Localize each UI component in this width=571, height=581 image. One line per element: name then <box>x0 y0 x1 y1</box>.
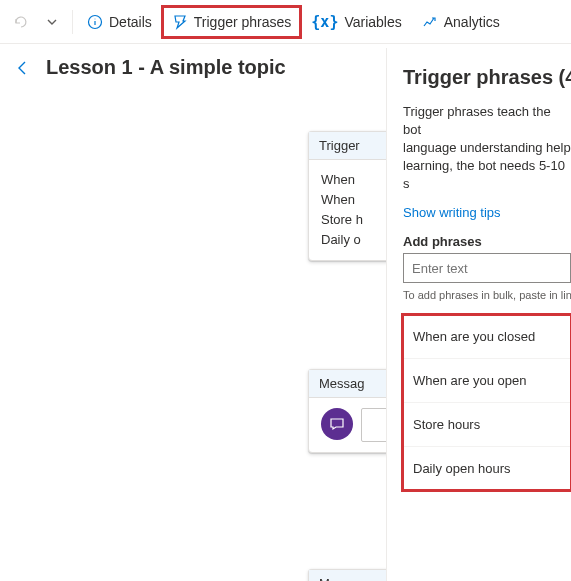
details-tab[interactable]: Details <box>77 6 162 38</box>
variables-label: Variables <box>344 14 401 30</box>
phrase-item[interactable]: Store hours <box>403 403 571 447</box>
variables-tab[interactable]: {x} Variables <box>301 6 411 38</box>
phrase-item[interactable]: When are you open <box>403 359 571 403</box>
analytics-label: Analytics <box>444 14 500 30</box>
analytics-tab[interactable]: Analytics <box>412 6 510 38</box>
info-icon <box>87 14 103 30</box>
page-title: Lesson 1 - A simple topic <box>46 56 286 79</box>
trigger-phrases-tab[interactable]: Trigger phrases <box>162 6 302 38</box>
add-phrase-input[interactable] <box>403 253 571 283</box>
chevron-down-icon[interactable] <box>36 6 68 38</box>
phrase-item[interactable]: Daily open hours <box>403 447 571 490</box>
toolbar: Details Trigger phrases {x} Variables An… <box>0 0 571 44</box>
variables-icon: {x} <box>311 13 338 31</box>
panel-title: Trigger phrases (4) <box>403 66 571 89</box>
back-button[interactable] <box>14 59 32 77</box>
properties-panel: Trigger phrases (4) Trigger phrases teac… <box>386 48 571 581</box>
phrase-list: When are you closed When are you open St… <box>403 315 571 490</box>
bulk-hint: To add phrases in bulk, paste in line-se… <box>403 289 571 301</box>
chat-icon <box>321 408 353 440</box>
separator <box>72 10 73 34</box>
details-label: Details <box>109 14 152 30</box>
writing-tips-link[interactable]: Show writing tips <box>403 205 501 220</box>
trigger-label: Trigger phrases <box>194 14 292 30</box>
phrase-item[interactable]: When are you closed <box>403 315 571 359</box>
add-phrases-label: Add phrases <box>403 234 571 249</box>
panel-description: Trigger phrases teach the bot language u… <box>403 103 571 193</box>
trigger-icon <box>172 14 188 30</box>
analytics-icon <box>422 14 438 30</box>
undo-button <box>4 6 36 38</box>
